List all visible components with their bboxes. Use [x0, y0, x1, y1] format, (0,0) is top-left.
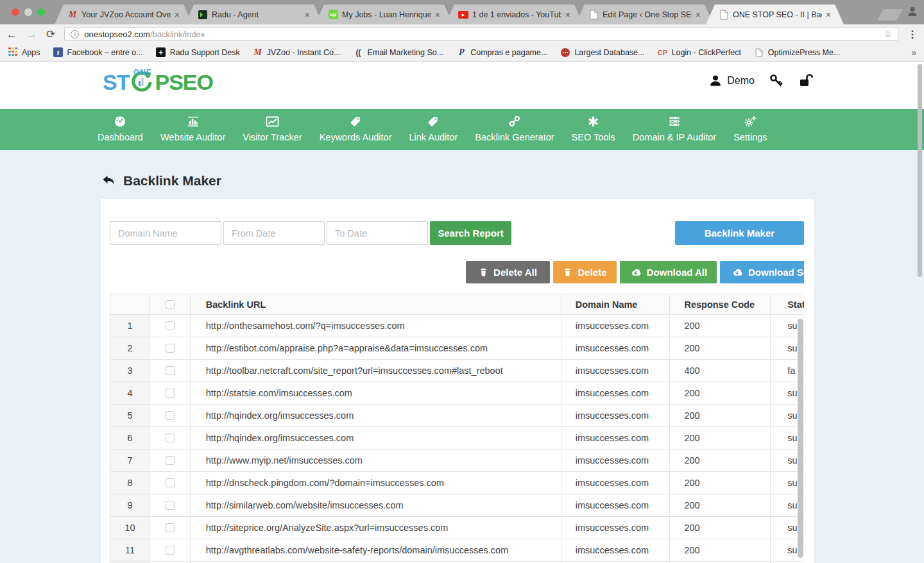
row-checkbox[interactable] — [166, 501, 175, 510]
download-all-button[interactable]: Download All — [620, 261, 717, 283]
bookmark-email-marketing[interactable]: (( Email Marketing So... — [353, 47, 443, 58]
search-report-button[interactable]: Search Report — [430, 221, 511, 245]
nav-item-seo-tools[interactable]: SEO Tools — [572, 115, 615, 142]
backlink-url: http://hqindex.org/imsuccesses.com — [191, 405, 561, 426]
table-row: 1 http://onthesamehost.com/?q=imsuccesse… — [110, 315, 804, 337]
reload-button[interactable]: ⟳ — [46, 29, 55, 40]
table-row: 3 http://toolbar.netcraft.com/site_repor… — [110, 360, 804, 382]
header-actions: Demo — [708, 73, 815, 88]
nav-item-settings[interactable]: Settings — [733, 115, 767, 142]
row-checkbox[interactable] — [166, 321, 175, 330]
close-icon[interactable]: × — [435, 10, 440, 19]
tab-jvzoo-account[interactable]: M Your JVZoo Account Overvie × — [55, 4, 193, 24]
from-date-input[interactable] — [223, 221, 325, 245]
response-code: 200 — [670, 517, 771, 539]
close-icon[interactable]: × — [305, 10, 310, 19]
row-checkbox[interactable] — [166, 411, 175, 420]
row-checkbox[interactable] — [166, 456, 175, 465]
back-button[interactable]: ← — [6, 29, 17, 40]
row-index: 1 — [110, 315, 150, 337]
bookmark-label: Largest Database... — [574, 48, 644, 57]
tab-youtube[interactable]: ▶ 1 de 1 enviados - YouTube × — [445, 4, 583, 24]
nav-item-backlink-generator[interactable]: Backlink Generator — [475, 115, 554, 142]
table-row: 9 http://similarweb.com/website/imsucces… — [110, 494, 804, 517]
new-tab-button[interactable] — [877, 9, 903, 21]
back-reply-icon[interactable] — [101, 174, 117, 187]
bookmark-apps[interactable]: Apps — [8, 47, 40, 58]
bookmark-label: Email Marketing So... — [367, 48, 443, 57]
row-checkbox[interactable] — [166, 478, 175, 487]
table-row: 10 http://siteprice.org/AnalyzeSite.aspx… — [110, 517, 804, 539]
bookmark-jvzoo[interactable]: M JVZoo - Instant Co... — [253, 47, 341, 58]
main-navigation: Dashboard Website Auditor Visitor Tracke… — [0, 109, 924, 150]
backlink-url: http://onthesamehost.com/?q=imsuccesses.… — [191, 315, 561, 337]
api-key-icon[interactable] — [769, 73, 784, 88]
delete-button[interactable]: Delete — [553, 261, 617, 283]
tab-my-jobs[interactable]: up My Jobs - Luan Henrique - U × — [315, 4, 453, 24]
table-scrollbar-thumb[interactable] — [798, 319, 803, 558]
tab-edit-page[interactable]: Edit Page ‹ One Stop SEO — × — [576, 4, 714, 24]
row-index: 8 — [110, 472, 150, 494]
zoom-window-button[interactable] — [37, 8, 45, 16]
bookmark-facebook[interactable]: f Facebook – entre o... — [53, 47, 143, 58]
bookmark-radu-support[interactable]: + Radu Support Desk — [156, 47, 240, 58]
nav-item-keywords-auditor[interactable]: Keywords Auditor — [320, 115, 392, 142]
backlink-maker-button[interactable]: Backlink Maker — [675, 221, 804, 245]
domain-name-input[interactable] — [110, 221, 221, 245]
tab-one-stop-seo-active[interactable]: ONE STOP SEO - II | Backlin × — [706, 4, 844, 24]
info-icon[interactable]: i — [71, 30, 79, 38]
bookmark-label: Compras e pagame... — [470, 48, 547, 57]
row-checkbox[interactable] — [166, 366, 175, 375]
user-menu[interactable]: Demo — [708, 74, 755, 88]
address-bar[interactable]: i onestopseo2.com/backlink/index ☆ — [64, 27, 898, 41]
table-row: 8 http://dnscheck.pingdom.com/?domain=im… — [110, 472, 804, 494]
row-checkbox[interactable] — [166, 546, 175, 555]
unlock-icon[interactable] — [798, 73, 815, 88]
close-icon[interactable]: × — [175, 10, 180, 19]
backlink-url: http://toolbar.netcraft.com/site_report?… — [191, 360, 561, 382]
bookmark-largest-database[interactable]: Largest Database... — [560, 47, 644, 58]
nav-item-link-auditor[interactable]: Link Auditor — [409, 115, 458, 142]
select-all-checkbox[interactable] — [166, 300, 175, 309]
forward-button[interactable]: → — [26, 29, 37, 40]
bookmarks-overflow-icon[interactable]: » — [911, 47, 916, 58]
bookmark-clickperfect[interactable]: CP Login - ClickPerfect — [657, 47, 740, 58]
to-date-input[interactable] — [327, 221, 428, 245]
table-header-row: Backlink URL Domain Name Response Code S… — [110, 294, 804, 315]
row-checkbox[interactable] — [166, 433, 175, 442]
row-checkbox[interactable] — [166, 344, 175, 353]
logo-pseo-text: PSEO — [155, 70, 212, 95]
close-icon[interactable]: × — [826, 10, 831, 19]
bookmark-star-icon[interactable]: ☆ — [884, 29, 892, 39]
nav-item-dashboard[interactable]: Dashboard — [98, 115, 143, 142]
one-stop-seo-logo[interactable]: ONE ST PSEO — [103, 69, 213, 95]
nav-item-visitor-tracker[interactable]: Visitor Tracker — [243, 115, 302, 142]
delete-all-button[interactable]: Delete All — [466, 261, 550, 283]
close-icon[interactable]: × — [696, 10, 701, 19]
close-icon[interactable]: × — [565, 10, 570, 19]
index-header — [110, 294, 150, 314]
bookmark-label: Login - ClickPerfect — [671, 48, 740, 57]
cloud-download-icon — [731, 267, 743, 277]
facebook-icon: f — [53, 47, 64, 58]
button-label: Download Sel — [748, 267, 804, 278]
tab-radu-agent[interactable]: Radu - Agent × — [185, 4, 323, 24]
page-scrollbar-thumb[interactable] — [918, 64, 922, 277]
nav-label: Keywords Auditor — [320, 132, 392, 142]
row-checkbox[interactable] — [166, 389, 175, 398]
bookmark-paypal[interactable]: P Compras e pagame... — [456, 47, 547, 58]
minimize-window-button[interactable] — [24, 8, 32, 16]
browser-menu-icon[interactable]: ⋮ — [907, 28, 918, 40]
tag-icon — [427, 115, 440, 128]
response-code: 200 — [670, 405, 771, 426]
row-checkbox[interactable] — [166, 523, 175, 532]
nav-item-website-auditor[interactable]: Website Auditor — [160, 115, 225, 142]
close-window-button[interactable] — [12, 8, 19, 16]
page-favicon — [719, 10, 729, 20]
nav-item-domain-ip-auditor[interactable]: Domain & IP Auditor — [633, 115, 716, 142]
status-header: Stat — [771, 294, 804, 314]
nav-label: Domain & IP Auditor — [633, 132, 716, 142]
browser-profile-icon[interactable] — [906, 5, 919, 18]
download-selected-button[interactable]: Download Sel — [720, 261, 804, 283]
bookmark-optimizepress[interactable]: OptimizePress Me... — [754, 47, 841, 58]
